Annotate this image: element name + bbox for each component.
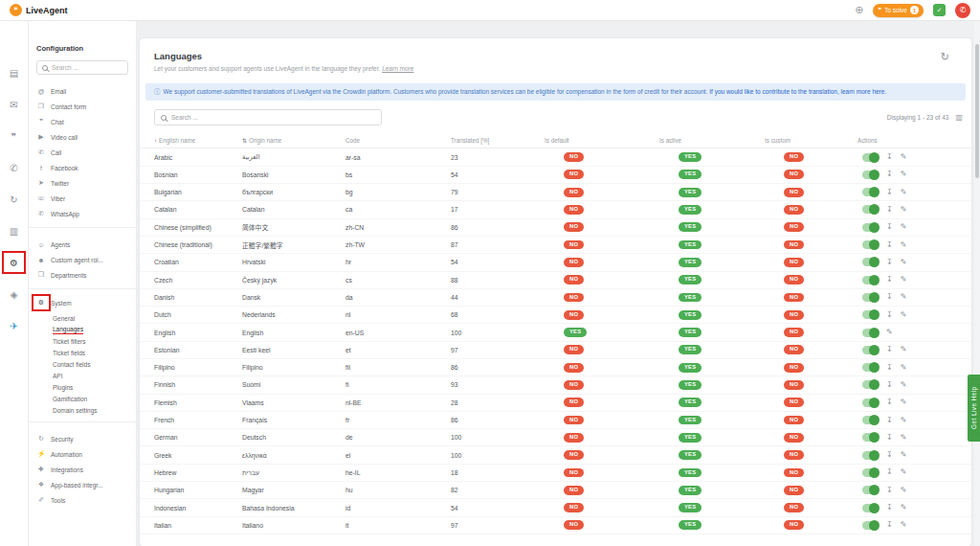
refresh-icon[interactable]: ↻ <box>941 51 957 63</box>
sidebar-search-input[interactable]: Search ... <box>36 60 128 75</box>
to-solve-button[interactable]: ❞ To solve 1 <box>873 4 924 17</box>
edit-icon[interactable]: ✎ <box>901 206 907 214</box>
sidebar-item-system[interactable]: ⚙ System <box>36 295 128 310</box>
edit-icon[interactable]: ✎ <box>901 487 907 494</box>
download-icon[interactable]: ↧ <box>886 276 893 284</box>
edit-icon[interactable]: ✎ <box>901 311 907 319</box>
edit-icon[interactable]: ✎ <box>901 398 907 406</box>
download-icon[interactable]: ↧ <box>886 223 893 231</box>
download-icon[interactable]: ↧ <box>886 311 893 319</box>
online-status-button[interactable]: ✓ <box>933 4 946 16</box>
history-icon[interactable]: ↻ <box>8 193 20 205</box>
download-icon[interactable]: ↧ <box>886 451 893 459</box>
download-icon[interactable]: ↧ <box>886 171 893 178</box>
learn-more-link[interactable]: Learn more <box>382 65 413 72</box>
sidebar-item-facebook[interactable]: fFacebook <box>36 160 128 175</box>
active-toggle[interactable] <box>862 398 879 407</box>
configuration-gear-icon[interactable]: ⚙ <box>8 257 20 268</box>
edit-icon[interactable]: ✎ <box>901 259 907 266</box>
sidebar-item-custom-agent-rol[interactable]: ☻Custom agent rol... <box>36 252 128 267</box>
edit-icon[interactable]: ✎ <box>901 364 907 372</box>
active-toggle[interactable] <box>862 329 879 337</box>
sidebar-item-plugins[interactable]: Plugins <box>53 381 128 393</box>
get-live-help-button[interactable]: Get Live Help <box>968 375 980 442</box>
tickets-icon[interactable]: ✉ <box>8 99 20 110</box>
download-icon[interactable]: ↧ <box>886 241 893 249</box>
download-icon[interactable]: ↧ <box>886 381 893 389</box>
sidebar-item-api[interactable]: API <box>53 370 128 381</box>
active-toggle[interactable] <box>862 346 879 354</box>
download-icon[interactable]: ↧ <box>886 346 893 353</box>
active-toggle[interactable] <box>862 504 879 512</box>
sidebar-item-languages[interactable]: Languages <box>53 324 128 335</box>
edit-icon[interactable]: ✎ <box>901 153 907 161</box>
column-header-is-custom[interactable]: Is custom <box>765 137 858 144</box>
sidebar-item-general[interactable]: General <box>53 312 128 324</box>
sidebar-item-video-call[interactable]: ▶Video call <box>36 129 128 145</box>
sidebar-item-ticket-fields[interactable]: Ticket fields <box>53 347 128 358</box>
download-icon[interactable]: ↧ <box>886 521 893 529</box>
sidebar-item-automation[interactable]: ⚡Automation <box>36 446 128 462</box>
sidebar-item-security[interactable]: ↻Security <box>36 431 128 446</box>
add-icon[interactable]: ⊕ <box>855 5 863 15</box>
active-toggle[interactable] <box>862 171 879 179</box>
sidebar-item-twitter[interactable]: ➤Twitter <box>36 175 128 191</box>
edit-icon[interactable]: ✎ <box>901 171 907 178</box>
active-toggle[interactable] <box>862 153 879 162</box>
sidebar-item-contact-fields[interactable]: Contact fields <box>53 358 128 370</box>
dashboard-icon[interactable]: ▤ <box>8 67 20 79</box>
download-icon[interactable]: ↧ <box>886 398 893 406</box>
sidebar-item-agents[interactable]: ☺Agents <box>36 237 128 252</box>
column-header-is-default[interactable]: Is default <box>545 137 659 144</box>
sidebar-item-email[interactable]: @Email <box>36 83 128 99</box>
edit-icon[interactable]: ✎ <box>901 451 907 459</box>
active-toggle[interactable] <box>862 363 879 372</box>
active-toggle[interactable] <box>862 223 879 232</box>
download-icon[interactable]: ↧ <box>886 189 893 196</box>
download-icon[interactable]: ↧ <box>886 206 893 214</box>
active-toggle[interactable] <box>862 433 879 442</box>
download-icon[interactable]: ↧ <box>886 434 893 442</box>
edit-icon[interactable]: ✎ <box>901 241 907 249</box>
edit-icon[interactable]: ✎ <box>901 223 907 231</box>
sidebar-item-call[interactable]: ✆Call <box>36 145 128 160</box>
banner-learn-more-link[interactable]: If you would like to contribute to the t… <box>709 88 886 95</box>
edit-icon[interactable]: ✎ <box>901 504 907 512</box>
sidebar-item-chat[interactable]: ❞Chat <box>36 114 128 129</box>
edit-icon[interactable]: ✎ <box>901 434 907 442</box>
page-scrollbar[interactable] <box>974 21 980 546</box>
sidebar-item-whatsapp[interactable]: ✆WhatsApp <box>36 206 128 221</box>
column-header-translated[interactable]: Translated [%] <box>451 137 545 144</box>
active-toggle[interactable] <box>862 293 879 302</box>
sidebar-item-integrations[interactable]: ✚Integrations <box>36 462 128 477</box>
edit-icon[interactable]: ✎ <box>901 189 907 196</box>
scrollbar-thumb[interactable] <box>975 44 979 178</box>
edit-icon[interactable]: ✎ <box>901 381 907 389</box>
download-icon[interactable]: ↧ <box>886 259 893 266</box>
active-toggle[interactable] <box>862 310 879 319</box>
download-icon[interactable]: ↧ <box>886 364 893 372</box>
download-icon[interactable]: ↧ <box>886 417 893 424</box>
call-status-button[interactable]: ✆ <box>955 3 970 18</box>
active-toggle[interactable] <box>862 451 879 460</box>
sidebar-item-ticket-filters[interactable]: Ticket filters <box>53 335 128 347</box>
edit-icon[interactable]: ✎ <box>886 329 893 336</box>
addons-icon[interactable]: ◈ <box>8 288 20 300</box>
edit-icon[interactable]: ✎ <box>901 276 907 284</box>
active-toggle[interactable] <box>862 468 879 477</box>
download-icon[interactable]: ↧ <box>886 504 893 512</box>
archive-icon[interactable]: ▥ <box>8 225 20 237</box>
edit-icon[interactable]: ✎ <box>901 417 907 424</box>
sidebar-item-contact-form[interactable]: ❐Contact form <box>36 99 128 114</box>
active-toggle[interactable] <box>862 276 879 284</box>
active-toggle[interactable] <box>862 380 879 389</box>
edit-icon[interactable]: ✎ <box>901 468 907 476</box>
sidebar-item-domain-settings[interactable]: Domain settings <box>53 404 128 416</box>
calls-icon[interactable]: ✆ <box>8 162 20 173</box>
column-header-origin-name[interactable]: ⇅ Origin name <box>242 137 345 144</box>
active-toggle[interactable] <box>862 205 879 214</box>
sidebar-item-app-based-integr[interactable]: ❖App-based integr... <box>36 477 128 492</box>
active-toggle[interactable] <box>862 258 879 266</box>
languages-search-input[interactable]: Search ... <box>154 109 382 125</box>
download-icon[interactable]: ↧ <box>886 468 893 476</box>
